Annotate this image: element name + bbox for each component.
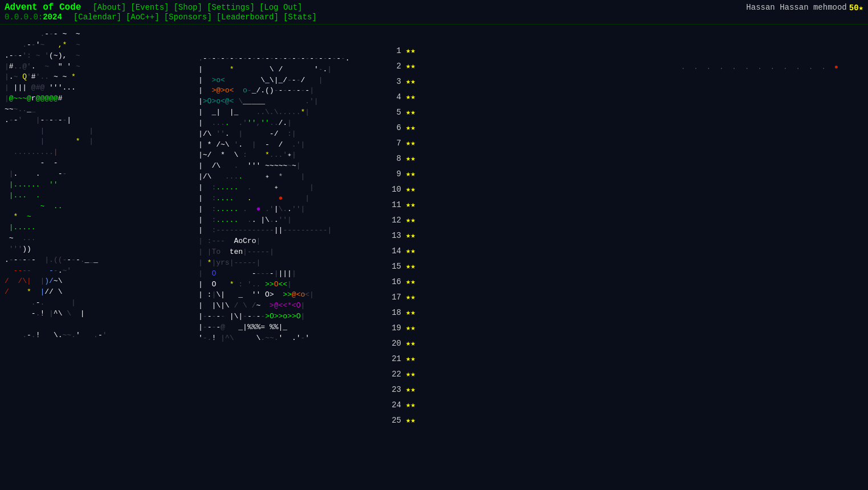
nav-logout[interactable]: [Log Out] bbox=[259, 3, 303, 12]
day-row[interactable]: 21 ★★ bbox=[385, 351, 415, 366]
user-info: Hassan Hassan mehmood 50★ bbox=[746, 3, 863, 13]
day-row[interactable]: 7 ★★ bbox=[385, 135, 415, 151]
day-row[interactable]: 16 ★★ bbox=[385, 274, 415, 289]
day-row[interactable]: 12 ★★ bbox=[385, 212, 415, 228]
day-stars: ★★ bbox=[406, 230, 415, 240]
day-number: 13 bbox=[385, 231, 401, 240]
ascii-art-area: .--- ~ ~ .--'~ ,* ~ .---': ~ '(~), ~ |#.… bbox=[5, 29, 381, 428]
day-stars: ★★ bbox=[406, 323, 415, 333]
right-decoration-area: . . . . . . . . . . . . ● bbox=[420, 29, 863, 428]
day-row[interactable]: 25 ★★ bbox=[385, 412, 415, 428]
day-number: 20 bbox=[385, 339, 401, 348]
day-stars: ★★ bbox=[406, 400, 415, 410]
day-number: 2 bbox=[385, 62, 401, 71]
day-stars: ★★ bbox=[406, 138, 415, 148]
day-number: 1 bbox=[385, 46, 401, 55]
day-stars: ★★ bbox=[406, 92, 415, 102]
calendar-right-art: .--------------------------------. | * \… bbox=[198, 43, 350, 344]
day-row[interactable]: 9 ★★ bbox=[385, 166, 415, 181]
day-row[interactable]: 18 ★★ bbox=[385, 305, 415, 320]
day-row[interactable]: 19 ★★ bbox=[385, 320, 415, 335]
day-stars: ★★ bbox=[406, 169, 415, 179]
day-row[interactable]: 20 ★★ bbox=[385, 335, 415, 351]
nav-leaderboard[interactable]: [Leaderboard] bbox=[217, 13, 279, 22]
star-count: 50★ bbox=[849, 3, 863, 13]
day-stars: ★★ bbox=[406, 246, 415, 256]
main-content: .--- ~ ~ .--'~ ,* ~ .---': ~ '(~), ~ |#.… bbox=[0, 25, 868, 432]
day-stars: ★★ bbox=[406, 153, 415, 163]
day-number: 8 bbox=[385, 154, 401, 163]
day-number: 6 bbox=[385, 123, 401, 132]
day-row[interactable]: 13 ★★ bbox=[385, 228, 415, 243]
day-stars: ★★ bbox=[406, 61, 415, 71]
day-row[interactable]: 3 ★★ bbox=[385, 74, 415, 89]
username: Hassan Hassan mehmood bbox=[746, 3, 846, 12]
day-stars: ★★ bbox=[406, 338, 415, 348]
nav-stats[interactable]: [Stats] bbox=[283, 13, 317, 22]
day-number: 15 bbox=[385, 262, 401, 271]
day-row[interactable]: 4 ★★ bbox=[385, 89, 415, 104]
day-stars: ★★ bbox=[406, 307, 415, 317]
site-header: Advent of Code [About] [Events] [Shop] [… bbox=[0, 0, 868, 25]
day-number: 25 bbox=[385, 416, 401, 425]
day-number: 9 bbox=[385, 169, 401, 179]
day-stars: ★★ bbox=[406, 184, 415, 194]
day-stars: ★★ bbox=[406, 46, 415, 55]
day-stars: ★★ bbox=[406, 215, 415, 225]
day-row[interactable]: 2 ★★ bbox=[385, 58, 415, 74]
day-number: 7 bbox=[385, 139, 401, 148]
days-list: 1 ★★ 2 ★★ 3 ★★ 4 ★★ 5 ★★ 6 ★★ 7 ★★ 8 ★★ bbox=[385, 29, 415, 428]
nav-shop[interactable]: [Shop] bbox=[173, 3, 202, 12]
day-number: 10 bbox=[385, 185, 401, 194]
day-number: 16 bbox=[385, 277, 401, 286]
site-title[interactable]: Advent of Code bbox=[5, 2, 81, 13]
nav-sponsors[interactable]: [Sponsors] bbox=[164, 13, 212, 22]
day-row[interactable]: 15 ★★ bbox=[385, 258, 415, 274]
day-number: 22 bbox=[385, 370, 401, 379]
nav-about[interactable]: [About] bbox=[92, 3, 126, 12]
day-stars: ★★ bbox=[406, 107, 415, 117]
nav-settings[interactable]: [Settings] bbox=[207, 3, 255, 12]
day-row[interactable]: 1 ★★ bbox=[385, 43, 415, 58]
day-row[interactable]: 5 ★★ bbox=[385, 104, 415, 120]
day-stars: ★★ bbox=[406, 292, 415, 302]
day-stars: ★★ bbox=[406, 123, 415, 132]
day-number: 23 bbox=[385, 385, 401, 394]
day-number: 18 bbox=[385, 308, 401, 317]
day-number: 14 bbox=[385, 246, 401, 256]
day-row[interactable]: 6 ★★ bbox=[385, 120, 415, 135]
day-number: 11 bbox=[385, 200, 401, 209]
day-row[interactable]: 8 ★★ bbox=[385, 151, 415, 166]
nav-aocpp[interactable]: [AoC++] bbox=[126, 13, 160, 22]
day-number: 17 bbox=[385, 293, 401, 302]
day-stars: ★★ bbox=[406, 369, 415, 379]
day-row[interactable]: 14 ★★ bbox=[385, 243, 415, 258]
day-number: 4 bbox=[385, 92, 401, 102]
day-row[interactable]: 24 ★★ bbox=[385, 397, 415, 412]
day-stars: ★★ bbox=[406, 261, 415, 271]
day-number: 24 bbox=[385, 400, 401, 410]
site-title-text: Advent of Code bbox=[5, 2, 81, 13]
day-row[interactable]: 22 ★★ bbox=[385, 366, 415, 382]
day-stars: ★★ bbox=[406, 200, 415, 209]
day-stars: ★★ bbox=[406, 384, 415, 394]
day-number: 12 bbox=[385, 216, 401, 225]
day-stars: ★★ bbox=[406, 354, 415, 363]
day-number: 3 bbox=[385, 77, 401, 86]
day-stars: ★★ bbox=[406, 76, 415, 86]
header-bottom-row: 0.0.0.0:2024 [Calendar] [AoC++] [Sponsor… bbox=[5, 13, 863, 22]
star-field: . . . . . . . . . . . . ● bbox=[681, 63, 841, 71]
day-stars: ★★ bbox=[406, 415, 415, 425]
day-row[interactable]: 17 ★★ bbox=[385, 289, 415, 305]
day-number: 5 bbox=[385, 108, 401, 117]
day-stars: ★★ bbox=[406, 277, 415, 286]
nav-calendar[interactable]: [Calendar] bbox=[74, 13, 121, 22]
nav-events[interactable]: [Events] bbox=[131, 3, 169, 12]
day-row[interactable]: 23 ★★ bbox=[385, 382, 415, 397]
day-number: 21 bbox=[385, 354, 401, 363]
day-number: 19 bbox=[385, 323, 401, 333]
site-subtitle: 0.0.0.0:2024 bbox=[5, 13, 62, 22]
day-row[interactable]: 11 ★★ bbox=[385, 197, 415, 212]
header-top-row: Advent of Code [About] [Events] [Shop] [… bbox=[5, 2, 863, 13]
day-row[interactable]: 10 ★★ bbox=[385, 181, 415, 197]
